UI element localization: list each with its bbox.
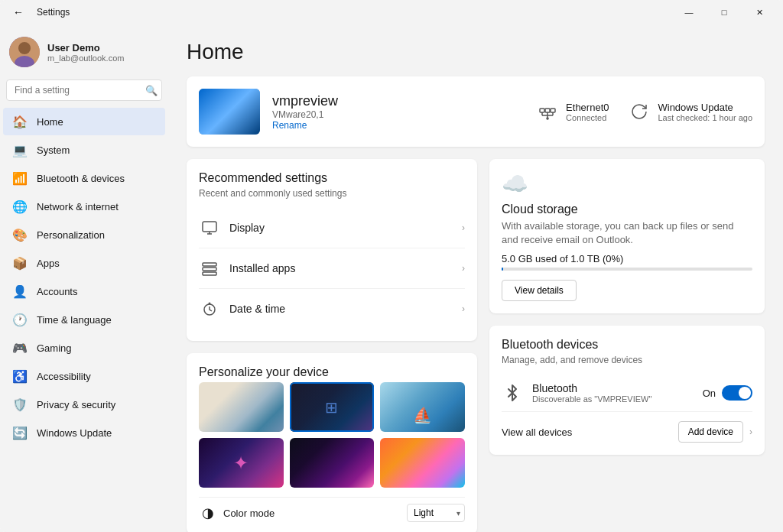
bluetooth-toggle-label: On — [703, 388, 716, 399]
bluetooth-card: Bluetooth devices Manage, add, and remov… — [489, 326, 765, 455]
svg-rect-4 — [545, 109, 550, 112]
device-info: vmpreview VMware20,1 Rename — [272, 93, 523, 131]
wallpaper-5[interactable] — [290, 438, 375, 488]
nav-label-accounts: Accounts — [37, 286, 77, 297]
sidebar-item-home[interactable]: 🏠 Home — [3, 108, 165, 135]
svg-rect-3 — [540, 109, 544, 112]
nav-icon-personalization: 🎨 — [12, 227, 28, 242]
color-mode-select[interactable]: Light Dark Custom — [407, 504, 465, 522]
sidebar-item-privacy[interactable]: 🛡️ Privacy & security — [3, 391, 165, 418]
titlebar-controls: — □ ✕ — [671, 0, 777, 24]
back-button[interactable]: ← — [6, 0, 31, 24]
avatar[interactable] — [9, 37, 40, 67]
color-mode-label: Color mode — [223, 508, 401, 519]
sidebar-item-system[interactable]: 💻 System — [3, 136, 165, 164]
nav-label-home: Home — [37, 116, 63, 128]
settings-window: ← Settings — □ ✕ User Demo — [0, 0, 783, 532]
display-arrow: › — [462, 222, 465, 233]
settings-item-display[interactable]: Display › — [199, 208, 465, 248]
nav-icon-accounts: 👤 — [12, 284, 28, 299]
bluetooth-footer: View all devices Add device › — [502, 412, 752, 443]
wallpaper-2[interactable] — [290, 382, 375, 432]
nav-label-system: System — [37, 144, 70, 156]
svg-rect-5 — [551, 109, 555, 112]
search-input[interactable] — [6, 79, 162, 101]
color-mode-select-wrapper: Light Dark Custom — [407, 504, 465, 522]
personalize-card: Personalize your device ◑ Color mode — [187, 353, 477, 532]
storage-bar — [502, 268, 752, 271]
col-right: ☁️ Cloud storage With available storage,… — [489, 159, 765, 532]
personalize-title: Personalize your device — [199, 365, 465, 379]
ethernet-status: Ethernet0 Connected — [535, 99, 609, 124]
apps-label: Installed apps — [229, 262, 462, 274]
sidebar-item-time[interactable]: 🕐 Time & language — [3, 306, 165, 333]
wallpaper-1[interactable] — [199, 382, 284, 432]
ethernet-text: Ethernet0 Connected — [566, 102, 609, 122]
bluetooth-device-info: Bluetooth Discoverable as "VMPREVIEW" — [532, 382, 703, 404]
sidebar-item-accessibility[interactable]: ♿ Accessibility — [3, 362, 165, 390]
settings-item-datetime[interactable]: Date & time › — [199, 289, 465, 329]
bluetooth-arrow[interactable]: › — [749, 427, 752, 437]
wallpaper-4[interactable] — [199, 438, 284, 488]
datetime-label: Date & time — [229, 303, 462, 315]
bluetooth-device-row: Bluetooth Discoverable as "VMPREVIEW" On — [502, 375, 752, 412]
close-button[interactable]: ✕ — [742, 0, 777, 24]
view-details-button[interactable]: View details — [502, 280, 577, 301]
update-status-text: Last checked: 1 hour ago — [658, 113, 752, 122]
search-box: 🔍 — [6, 79, 162, 101]
minimize-button[interactable]: — — [671, 0, 707, 24]
sidebar-item-network[interactable]: 🌐 Network & internet — [3, 193, 165, 220]
sidebar-item-apps[interactable]: 📦 Apps — [3, 249, 165, 277]
recommended-items: Display › — [199, 208, 465, 329]
two-col-layout: Recommended settings Recent and commonly… — [187, 159, 765, 532]
nav-icon-time: 🕐 — [12, 312, 28, 327]
page-title: Home — [187, 40, 765, 64]
nav-label-update: Windows Update — [37, 427, 112, 439]
bluetooth-toggle[interactable] — [722, 385, 752, 401]
titlebar-left: ← Settings — [6, 0, 70, 24]
bluetooth-icon — [502, 382, 523, 404]
sidebar-item-accounts[interactable]: 👤 Accounts — [3, 277, 165, 305]
nav-icon-network: 🌐 — [12, 199, 28, 214]
sidebar-item-personalization[interactable]: 🎨 Personalization — [3, 221, 165, 248]
device-model: VMware20,1 — [272, 109, 523, 120]
color-mode-row: ◑ Color mode Light Dark Custom — [199, 497, 465, 522]
cloud-icon: ☁️ — [502, 171, 752, 196]
nav-label-accessibility: Accessibility — [37, 371, 91, 382]
nav-icon-update: 🔄 — [12, 425, 28, 440]
device-rename-link[interactable]: Rename — [272, 120, 523, 131]
wallpaper-6[interactable] — [380, 438, 465, 488]
apps-arrow: › — [462, 263, 465, 274]
user-email: m_lab@outlook.com — [47, 54, 124, 63]
view-all-devices-link[interactable]: View all devices — [502, 427, 678, 438]
wallpaper-3[interactable] — [380, 382, 465, 432]
recommended-sub: Recent and commonly used settings — [199, 188, 465, 199]
svg-rect-16 — [203, 268, 216, 271]
sidebar-item-gaming[interactable]: 🎮 Gaming — [3, 334, 165, 362]
display-label: Display — [229, 222, 462, 234]
user-info: User Demo m_lab@outlook.com — [47, 42, 124, 63]
main-layout: User Demo m_lab@outlook.com 🔍 🏠 Home 💻 S… — [0, 24, 783, 532]
add-device-button[interactable]: Add device — [678, 421, 743, 443]
windows-update-status: Windows Update Last checked: 1 hour ago — [627, 99, 752, 124]
sidebar-item-update[interactable]: 🔄 Windows Update — [3, 419, 165, 446]
device-status-items: Ethernet0 Connected Windows Update — [535, 99, 752, 124]
ethernet-icon — [535, 99, 560, 124]
sidebar-user: User Demo m_lab@outlook.com — [0, 31, 168, 79]
nav-icon-bluetooth: 📶 — [12, 170, 28, 186]
svg-point-19 — [209, 303, 211, 305]
sidebar: User Demo m_lab@outlook.com 🔍 🏠 Home 💻 S… — [0, 24, 168, 532]
nav-label-apps: Apps — [37, 258, 60, 269]
svg-rect-12 — [203, 222, 216, 232]
sidebar-item-bluetooth[interactable]: 📶 Bluetooth & devices — [3, 164, 165, 192]
search-icon[interactable]: 🔍 — [145, 85, 158, 96]
nav-icon-accessibility: ♿ — [12, 368, 28, 384]
maximize-button[interactable]: □ — [707, 0, 742, 24]
update-text: Windows Update Last checked: 1 hour ago — [658, 102, 752, 122]
svg-point-1 — [18, 42, 31, 54]
device-image — [199, 89, 260, 135]
nav-label-gaming: Gaming — [37, 342, 72, 354]
settings-item-apps[interactable]: Installed apps › — [199, 248, 465, 289]
nav-icon-apps: 📦 — [12, 255, 28, 271]
recommended-title: Recommended settings — [199, 171, 465, 185]
